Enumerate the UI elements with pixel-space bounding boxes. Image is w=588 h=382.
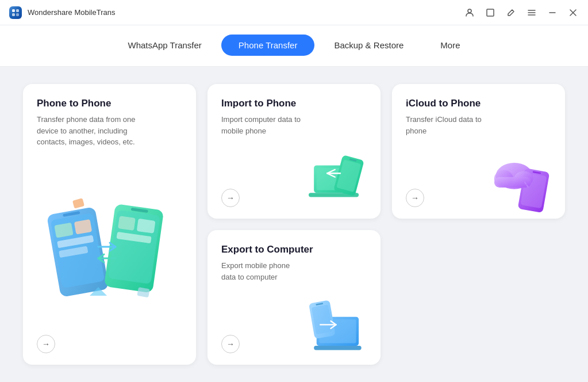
card-icloud-title: iCloud to Phone	[406, 98, 551, 109]
app-title-text: Wondershare MobileTrans	[28, 8, 115, 17]
title-bar-left: Wondershare MobileTrans	[9, 6, 115, 19]
svg-rect-23	[136, 219, 155, 234]
svg-rect-1	[16, 9, 19, 12]
main-content: Phone to Phone Transfer phone data from …	[0, 67, 588, 382]
close-button[interactable]	[567, 7, 579, 18]
card-icloud-to-phone[interactable]: iCloud to Phone Transfer iCloud data to …	[392, 84, 565, 219]
title-bar-controls	[464, 7, 579, 18]
nav-bar: WhatsApp Transfer Phone Transfer Backup …	[0, 25, 588, 67]
tab-backup[interactable]: Backup & Restore	[317, 35, 421, 56]
svg-rect-2	[12, 13, 15, 16]
title-bar: Wondershare MobileTrans	[0, 0, 588, 25]
svg-rect-3	[16, 13, 19, 16]
card-export-to-computer[interactable]: Export to Computer Export mobile phone d…	[207, 230, 381, 365]
edit-button[interactable]	[505, 7, 517, 18]
svg-rect-32	[336, 159, 361, 192]
import-illustration	[306, 150, 375, 213]
card-export-title: Export to Computer	[221, 244, 367, 255]
tab-more[interactable]: More	[423, 35, 477, 56]
card-export-desc: Export mobile phone data to computer	[221, 260, 301, 282]
card-icloud-desc: Transfer iCloud data to phone	[406, 114, 486, 136]
icloud-illustration	[490, 150, 559, 213]
app-icon	[9, 6, 22, 19]
card-import-desc: Import computer data to mobile phone	[221, 114, 301, 136]
tab-phone[interactable]: Phone Transfer	[221, 35, 315, 56]
svg-rect-22	[118, 216, 136, 231]
card-phone-to-phone[interactable]: Phone to Phone Transfer phone data from …	[23, 84, 196, 365]
card-phone-to-phone-title: Phone to Phone	[37, 98, 182, 109]
card-import-title: Import to Phone	[221, 98, 367, 109]
card-export-arrow[interactable]: →	[221, 335, 240, 353]
phone-to-phone-illustration	[41, 198, 179, 330]
export-illustration	[306, 296, 375, 359]
tab-whatsapp[interactable]: WhatsApp Transfer	[110, 35, 218, 56]
card-import-arrow[interactable]: →	[221, 189, 240, 207]
account-button[interactable]	[464, 7, 475, 18]
card-phone-to-phone-arrow[interactable]: →	[37, 335, 55, 353]
svg-point-4	[468, 9, 471, 13]
window-button[interactable]	[485, 7, 496, 18]
card-icloud-arrow[interactable]: →	[406, 189, 424, 207]
minimize-button[interactable]	[547, 7, 558, 18]
svg-rect-0	[12, 9, 15, 12]
card-import-to-phone[interactable]: Import to Phone Import computer data to …	[207, 84, 381, 219]
svg-rect-5	[487, 9, 494, 16]
menu-button[interactable]	[526, 7, 537, 18]
svg-rect-25	[72, 198, 84, 208]
card-phone-to-phone-desc: Transfer phone data from one device to a…	[37, 114, 139, 148]
svg-rect-43	[314, 346, 362, 350]
